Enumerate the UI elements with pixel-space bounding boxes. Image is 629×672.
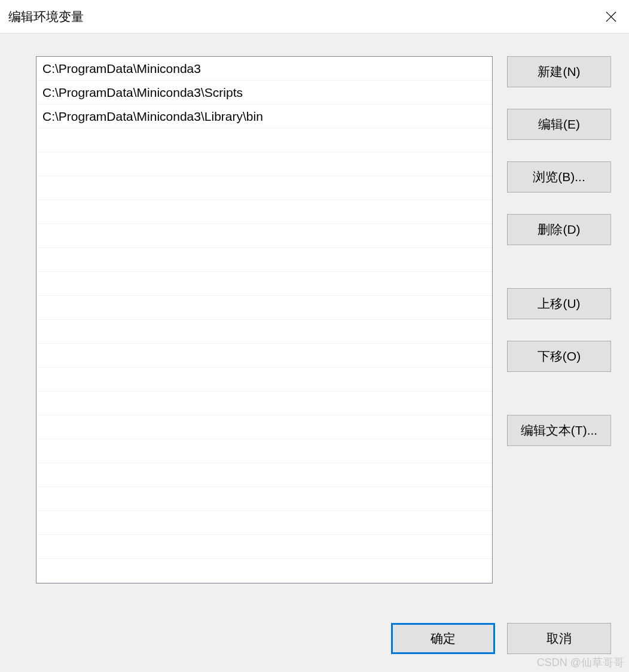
list-item[interactable] <box>36 463 492 487</box>
new-button[interactable]: 新建(N) <box>507 56 611 87</box>
move-up-button[interactable]: 上移(U) <box>507 288 611 319</box>
list-item[interactable] <box>36 487 492 511</box>
main-row: C:\ProgramData\Miniconda3 C:\ProgramData… <box>36 56 611 584</box>
delete-button[interactable]: 删除(D) <box>507 214 611 245</box>
list-item[interactable]: C:\ProgramData\Miniconda3\Scripts <box>36 81 492 105</box>
list-item[interactable] <box>36 152 492 176</box>
ok-button[interactable]: 确定 <box>391 623 495 654</box>
list-item[interactable]: C:\ProgramData\Miniconda3 <box>36 57 492 81</box>
close-button[interactable] <box>593 0 629 33</box>
edit-button[interactable]: 编辑(E) <box>507 109 611 140</box>
browse-button[interactable]: 浏览(B)... <box>507 161 611 193</box>
move-down-button[interactable]: 下移(O) <box>507 341 611 372</box>
list-item[interactable] <box>36 344 492 368</box>
titlebar: 编辑环境变量 <box>0 0 629 33</box>
list-item[interactable] <box>36 200 492 224</box>
list-item[interactable]: C:\ProgramData\Miniconda3\Library\bin <box>36 105 492 129</box>
list-item[interactable] <box>36 511 492 535</box>
list-item[interactable] <box>36 176 492 200</box>
list-item[interactable] <box>36 416 492 439</box>
list-item[interactable] <box>36 320 492 344</box>
list-item[interactable] <box>36 248 492 272</box>
list-item[interactable] <box>36 535 492 559</box>
edit-text-button[interactable]: 编辑文本(T)... <box>507 415 611 446</box>
list-item[interactable] <box>36 559 492 583</box>
list-item[interactable] <box>36 224 492 248</box>
list-item[interactable] <box>36 129 492 152</box>
list-item[interactable] <box>36 392 492 416</box>
window-title: 编辑环境变量 <box>8 8 84 25</box>
client-area: C:\ProgramData\Miniconda3 C:\ProgramData… <box>0 33 629 672</box>
list-item[interactable] <box>36 439 492 463</box>
list-item[interactable] <box>36 272 492 296</box>
cancel-button[interactable]: 取消 <box>507 623 611 654</box>
button-column: 新建(N) 编辑(E) 浏览(B)... 删除(D) 上移(U) 下移(O) 编… <box>507 56 611 584</box>
list-item[interactable] <box>36 368 492 392</box>
path-listbox[interactable]: C:\ProgramData\Miniconda3 C:\ProgramData… <box>36 56 493 584</box>
close-icon <box>606 11 616 22</box>
footer-buttons: 确定 取消 <box>391 623 611 654</box>
list-item[interactable] <box>36 296 492 320</box>
